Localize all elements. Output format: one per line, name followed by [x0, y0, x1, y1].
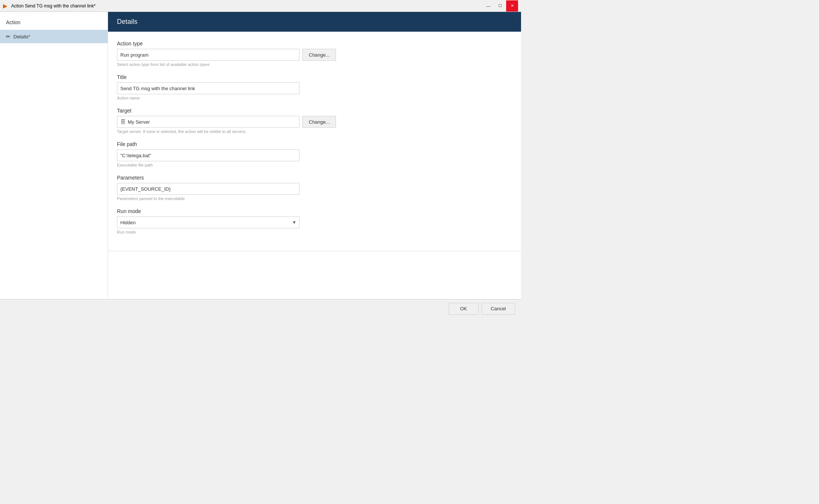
file-path-label: File path	[117, 141, 512, 147]
divider	[108, 251, 521, 251]
target-row: 🗄 My Server Change...	[117, 116, 512, 128]
action-type-change-button[interactable]: Change...	[302, 49, 336, 61]
sidebar-item-details[interactable]: ✏ Details*	[0, 30, 108, 43]
run-mode-select[interactable]: Hidden Normal Minimized Maximized	[117, 216, 299, 228]
title-label: Title	[117, 74, 512, 80]
file-path-input[interactable]	[117, 149, 299, 161]
sidebar: Action ✏ Details*	[0, 12, 108, 299]
target-value: My Server	[128, 119, 296, 125]
title-input[interactable]	[117, 82, 299, 94]
title-bar-controls: — ☐ ✕	[482, 0, 518, 12]
action-type-input[interactable]	[117, 49, 299, 61]
target-change-button[interactable]: Change...	[302, 116, 336, 128]
target-group: Target 🗄 My Server Change... Target serv…	[117, 108, 512, 134]
parameters-hint: Parameters passed to the executable	[117, 196, 512, 201]
action-type-row: Change...	[117, 49, 512, 61]
main-layout: Action ✏ Details* Details Action type Ch…	[0, 12, 521, 299]
pencil-icon: ✏	[6, 34, 10, 39]
target-hint: Target server. If none is selected, the …	[117, 129, 512, 134]
run-mode-label: Run mode	[117, 208, 512, 214]
parameters-label: Parameters	[117, 175, 512, 181]
title-bar-icon: ▶	[3, 3, 9, 9]
run-mode-hint: Run mode	[117, 230, 512, 234]
title-bar-text: Action Send TG msg with the channel link…	[11, 3, 482, 9]
target-label: Target	[117, 108, 512, 114]
parameters-input[interactable]	[117, 183, 299, 195]
title-group: Title Action name	[117, 74, 512, 100]
title-hint: Action name	[117, 96, 512, 100]
action-type-hint: Select action type from list of availabl…	[117, 62, 512, 67]
cancel-button[interactable]: Cancel	[482, 303, 515, 315]
file-path-hint: Executable file path	[117, 163, 512, 167]
content-area: Details Action type Change... Select act…	[108, 12, 521, 299]
bottom-bar: OK Cancel	[0, 299, 521, 318]
sidebar-item-label: Details*	[13, 34, 30, 39]
action-type-label: Action type	[117, 41, 512, 47]
server-icon: 🗄	[120, 119, 126, 125]
minimize-button[interactable]: —	[482, 0, 494, 12]
details-body: Action type Change... Select action type…	[108, 32, 521, 251]
maximize-button[interactable]: ☐	[494, 0, 506, 12]
sidebar-title: Action	[0, 15, 108, 30]
file-path-group: File path Executable file path	[117, 141, 512, 167]
ok-button[interactable]: OK	[449, 303, 479, 315]
action-type-group: Action type Change... Select action type…	[117, 41, 512, 67]
details-header: Details	[108, 12, 521, 32]
close-button[interactable]: ✕	[506, 0, 518, 12]
title-bar: ▶ Action Send TG msg with the channel li…	[0, 0, 521, 12]
run-mode-group: Run mode Hidden Normal Minimized Maximiz…	[117, 208, 512, 234]
parameters-group: Parameters Parameters passed to the exec…	[117, 175, 512, 201]
target-input-wrapper[interactable]: 🗄 My Server	[117, 116, 299, 128]
run-mode-wrapper: Hidden Normal Minimized Maximized ▼	[117, 216, 299, 228]
